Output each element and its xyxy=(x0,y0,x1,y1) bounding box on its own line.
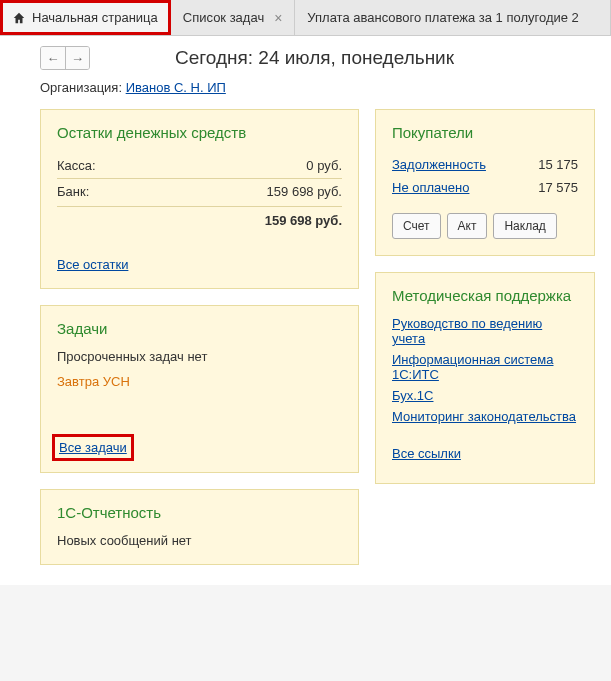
support-link-buh[interactable]: Бух.1С xyxy=(392,388,578,403)
widget-reporting: 1С-Отчетность Новых сообщений нет xyxy=(40,489,359,565)
widget-buyers: Покупатели Задолженность 15 175 Не оплач… xyxy=(375,109,595,256)
tab-home-label: Начальная страница xyxy=(32,10,158,25)
forward-button[interactable]: → xyxy=(65,47,89,69)
page-title: Сегодня: 24 июля, понедельник xyxy=(98,47,571,69)
all-tasks-highlight: Все задачи xyxy=(57,439,129,456)
right-column: Покупатели Задолженность 15 175 Не оплач… xyxy=(375,109,595,565)
tab-home[interactable]: Начальная страница xyxy=(0,0,171,35)
org-label: Организация: xyxy=(40,80,122,95)
widget-tasks: Задачи Просроченных задач нет Завтра УСН… xyxy=(40,305,359,473)
unpaid-link[interactable]: Не оплачено xyxy=(392,180,469,195)
act-button[interactable]: Акт xyxy=(447,213,488,239)
debt-value: 15 175 xyxy=(538,157,578,172)
tab-bar: Начальная страница Список задач × Уплата… xyxy=(0,0,611,36)
widget-tasks-title: Задачи xyxy=(57,320,342,337)
bank-value: 159 698 руб. xyxy=(267,184,342,199)
support-link-guide[interactable]: Руководство по ведению учета xyxy=(392,316,578,346)
all-balances-link[interactable]: Все остатки xyxy=(57,257,128,272)
back-button[interactable]: ← xyxy=(41,47,65,69)
tasks-none-text: Просроченных задач нет xyxy=(57,349,342,364)
cash-value: 0 руб. xyxy=(306,158,342,173)
org-link[interactable]: Иванов С. Н. ИП xyxy=(126,80,226,95)
delivery-button[interactable]: Наклад xyxy=(493,213,556,239)
tab-task-list[interactable]: Список задач × xyxy=(171,0,296,35)
tab-advance-payment-label: Уплата авансового платежа за 1 полугодие… xyxy=(307,10,579,25)
invoice-button[interactable]: Счет xyxy=(392,213,441,239)
widget-balances-title: Остатки денежных средств xyxy=(57,124,342,141)
close-icon[interactable]: × xyxy=(274,10,282,26)
org-line: Организация: Иванов С. Н. ИП xyxy=(0,76,611,109)
support-link-its[interactable]: Информационная система 1С:ИТС xyxy=(392,352,578,382)
content: Остатки денежных средств Касса: 0 руб. Б… xyxy=(0,109,611,585)
toolbar: ← → Сегодня: 24 июля, понедельник xyxy=(0,36,611,76)
widget-support-title: Методическая поддержка xyxy=(392,287,578,304)
widget-reporting-title: 1С-Отчетность xyxy=(57,504,342,521)
widget-balances: Остатки денежных средств Касса: 0 руб. Б… xyxy=(40,109,359,289)
nav-buttons: ← → xyxy=(40,46,90,70)
bank-label: Банк: xyxy=(57,184,89,199)
debt-link[interactable]: Задолженность xyxy=(392,157,486,172)
tasks-tomorrow: Завтра УСН xyxy=(57,374,342,389)
app-window: Начальная страница Список задач × Уплата… xyxy=(0,0,611,585)
unpaid-value: 17 575 xyxy=(538,180,578,195)
widget-support: Методическая поддержка Руководство по ве… xyxy=(375,272,595,484)
support-link-monitoring[interactable]: Мониторинг законодательства xyxy=(392,409,578,424)
left-column: Остатки денежных средств Касса: 0 руб. Б… xyxy=(40,109,359,565)
tab-advance-payment[interactable]: Уплата авансового платежа за 1 полугодие… xyxy=(295,0,611,35)
widget-buyers-title: Покупатели xyxy=(392,124,578,141)
home-icon xyxy=(12,11,26,25)
tab-task-list-label: Список задач xyxy=(183,10,264,25)
support-all-links[interactable]: Все ссылки xyxy=(392,446,578,461)
reporting-none-text: Новых сообщений нет xyxy=(57,533,342,548)
cash-label: Касса: xyxy=(57,158,96,173)
balances-total: 159 698 руб. xyxy=(265,213,342,228)
all-tasks-link[interactable]: Все задачи xyxy=(59,440,127,455)
